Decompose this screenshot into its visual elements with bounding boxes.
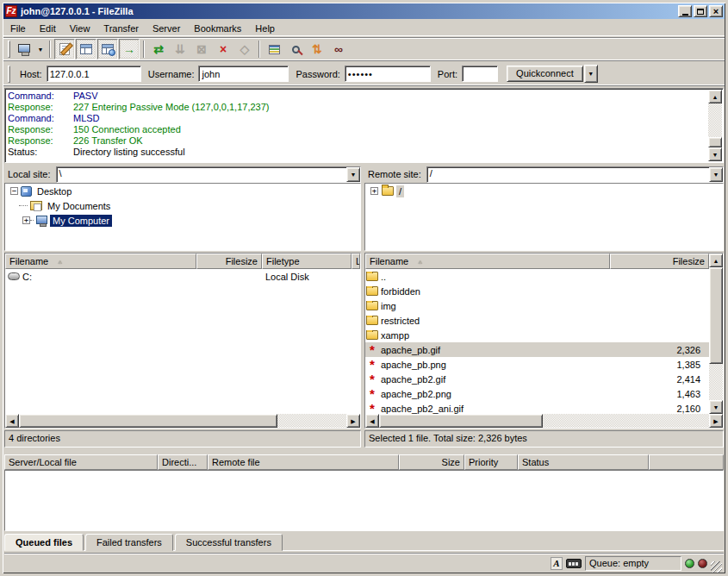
scroll-left-icon[interactable]: ◀ bbox=[365, 414, 379, 428]
menu-bookmarks[interactable]: Bookmarks bbox=[187, 22, 248, 35]
local-file-row[interactable]: C: Local Disk bbox=[5, 269, 360, 284]
menu-transfer[interactable]: Transfer bbox=[96, 22, 146, 35]
quickconnect-bar: Host: Username: Password: Port: Quickcon… bbox=[3, 62, 725, 86]
disconnect-button[interactable]: × bbox=[213, 39, 233, 59]
remote-file-row[interactable]: restricted bbox=[365, 313, 709, 328]
menu-view[interactable]: View bbox=[63, 22, 97, 35]
remote-file-row[interactable]: .. bbox=[365, 269, 709, 284]
scroll-left-icon[interactable]: ◀ bbox=[5, 414, 19, 428]
tree-item-my-documents[interactable]: My Documents bbox=[5, 198, 360, 213]
log-row: Response:150 Connection accepted bbox=[6, 124, 708, 135]
tab-queued-files[interactable]: Queued files bbox=[4, 534, 84, 551]
tree-item-my-computer[interactable]: + My Computer bbox=[5, 213, 360, 228]
collapse-icon[interactable]: − bbox=[10, 187, 18, 195]
menu-edit[interactable]: Edit bbox=[33, 22, 63, 35]
column-filename[interactable]: Filename▲ bbox=[5, 254, 196, 269]
tab-failed-transfers[interactable]: Failed transfers bbox=[85, 534, 173, 551]
remote-file-row[interactable]: xampp bbox=[365, 328, 709, 342]
remote-file-row[interactable]: img bbox=[365, 298, 709, 313]
remote-status-text: Selected 1 file. Total size: 2,326 bytes bbox=[364, 430, 724, 448]
expand-icon[interactable]: + bbox=[22, 216, 30, 224]
remote-file-row[interactable]: *apache_pb2.png1,463 bbox=[365, 386, 709, 401]
folder-icon bbox=[366, 272, 378, 281]
column-filesize[interactable]: Filesize bbox=[196, 254, 262, 269]
password-input[interactable] bbox=[345, 66, 431, 82]
log-row: Response:226 Transfer OK bbox=[6, 135, 708, 147]
scroll-up-icon[interactable]: ▲ bbox=[709, 254, 723, 267]
scroll-right-icon[interactable]: ▶ bbox=[346, 414, 360, 428]
quickbar-grip[interactable] bbox=[8, 66, 10, 83]
my-documents-icon bbox=[30, 201, 42, 210]
column-server-local-file[interactable]: Server/Local file bbox=[4, 454, 158, 470]
window-title: john@127.0.0.1 - FileZilla bbox=[21, 6, 678, 16]
scroll-thumb[interactable] bbox=[708, 137, 722, 147]
column-remote-file[interactable]: Remote file bbox=[208, 454, 399, 470]
username-input[interactable] bbox=[198, 66, 289, 82]
menu-file[interactable]: File bbox=[3, 22, 33, 35]
remote-vscrollbar[interactable]: ▲ ▼ bbox=[709, 254, 723, 414]
scroll-thumb[interactable] bbox=[19, 414, 277, 428]
toggle-message-log-button[interactable] bbox=[54, 39, 75, 59]
remote-file-row[interactable]: *apache_pb2_ani.gif2,160 bbox=[365, 401, 709, 414]
scroll-down-icon[interactable]: ▼ bbox=[708, 147, 722, 161]
menu-server[interactable]: Server bbox=[146, 22, 187, 35]
local-hscrollbar[interactable]: ◀ ▶ bbox=[5, 414, 360, 428]
log-scrollbar[interactable]: ▲ ▼ bbox=[708, 90, 722, 161]
abort-button[interactable]: ◇ bbox=[234, 39, 255, 59]
column-priority[interactable]: Priority bbox=[464, 454, 518, 470]
column-last-modified[interactable]: L bbox=[352, 254, 360, 269]
resize-grip[interactable] bbox=[711, 561, 722, 573]
scroll-up-icon[interactable]: ▲ bbox=[708, 90, 722, 103]
column-filesize[interactable]: Filesize bbox=[610, 254, 709, 269]
expand-icon[interactable]: + bbox=[370, 187, 378, 195]
cancel-icon: ⊠ bbox=[196, 43, 207, 55]
host-input[interactable] bbox=[47, 66, 141, 82]
column-size[interactable]: Size bbox=[399, 454, 464, 470]
quickconnect-button[interactable]: Quickconnect bbox=[507, 66, 583, 82]
remote-file-row-selected[interactable]: *apache_pb.gif2,326 bbox=[365, 342, 709, 357]
column-filetype[interactable]: Filetype bbox=[262, 254, 352, 269]
process-queue-icon: ⇊ bbox=[175, 43, 185, 55]
combo-dropdown-icon[interactable]: ▼ bbox=[709, 167, 723, 182]
scroll-down-icon[interactable]: ▼ bbox=[709, 400, 723, 414]
column-status[interactable]: Status bbox=[518, 454, 649, 470]
find-files-button[interactable]: ∞ bbox=[328, 39, 349, 59]
site-manager-button[interactable] bbox=[14, 39, 34, 59]
folder-icon bbox=[382, 186, 394, 196]
scroll-thumb[interactable] bbox=[709, 267, 723, 364]
toggle-local-tree-button[interactable] bbox=[76, 39, 96, 59]
quickconnect-dropdown[interactable]: ▼ bbox=[584, 65, 598, 83]
toggle-queue-button[interactable]: → bbox=[119, 39, 140, 59]
local-site-combobox[interactable]: \ ▼ bbox=[56, 166, 361, 183]
remote-file-row[interactable]: *apache_pb2.gif2,414 bbox=[365, 372, 709, 386]
column-direction[interactable]: Directi... bbox=[158, 454, 208, 470]
toolbar-grip[interactable] bbox=[8, 41, 10, 58]
remote-hscrollbar[interactable]: ◀ ▶ bbox=[365, 414, 723, 428]
tab-successful-transfers[interactable]: Successful transfers bbox=[175, 534, 283, 551]
toggle-remote-tree-button[interactable] bbox=[97, 39, 118, 59]
toolbar-separator bbox=[258, 41, 260, 58]
process-queue-button[interactable]: ⇊ bbox=[170, 39, 190, 59]
port-input[interactable] bbox=[462, 66, 498, 82]
filter-button[interactable] bbox=[264, 39, 284, 59]
tree-item-desktop[interactable]: − Desktop bbox=[5, 184, 360, 198]
menu-help[interactable]: Help bbox=[248, 22, 282, 35]
titlebar[interactable]: Fz john@127.0.0.1 - FileZilla × bbox=[3, 3, 725, 19]
synchronized-browsing-button[interactable]: ⇅ bbox=[307, 39, 327, 59]
cancel-operation-button[interactable]: ⊠ bbox=[191, 39, 212, 59]
close-button[interactable]: × bbox=[709, 5, 723, 17]
directory-comparison-button[interactable] bbox=[285, 39, 306, 59]
remote-site-combobox[interactable]: / ▼ bbox=[426, 166, 724, 183]
minimize-button[interactable] bbox=[678, 5, 692, 17]
remote-file-row[interactable]: *apache_pb.png1,385 bbox=[365, 357, 709, 372]
combo-dropdown-icon[interactable]: ▼ bbox=[346, 167, 360, 182]
scroll-thumb[interactable] bbox=[379, 414, 543, 428]
scroll-right-icon[interactable]: ▶ bbox=[709, 414, 723, 428]
maximize-button[interactable] bbox=[694, 5, 707, 17]
remote-file-row[interactable]: forbidden bbox=[365, 284, 709, 298]
refresh-button[interactable]: ⇄ bbox=[148, 39, 169, 59]
tree-item-root[interactable]: + / bbox=[365, 184, 723, 198]
column-filename[interactable]: Filename▲ bbox=[365, 254, 610, 269]
speed-limit-icon bbox=[566, 559, 582, 568]
site-manager-dropdown[interactable]: ▼ bbox=[35, 39, 46, 59]
